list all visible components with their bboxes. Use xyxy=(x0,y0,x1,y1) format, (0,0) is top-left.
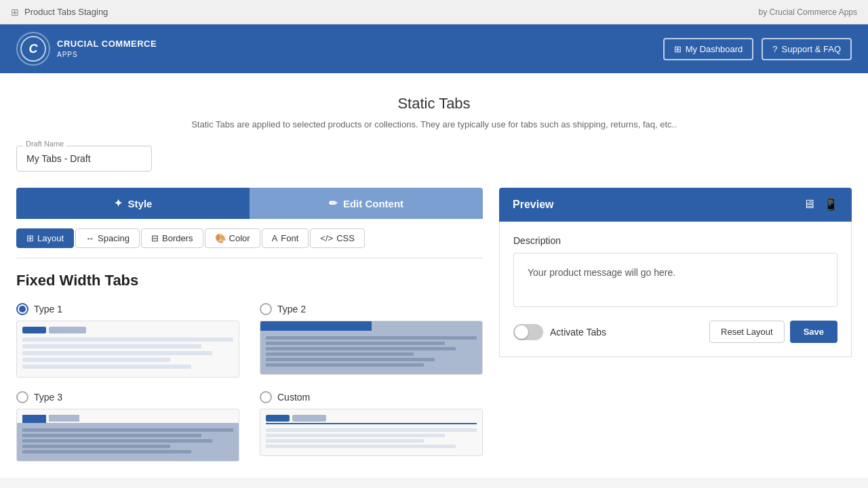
font-icon: A xyxy=(272,233,278,243)
section-tabs: ✦ Style ✏ Edit Content xyxy=(16,188,483,219)
style-icon: ✦ xyxy=(114,197,123,209)
preview-panel: Preview 🖥 📱 Description Your product mes… xyxy=(499,188,852,357)
preview-device-icons: 🖥 📱 xyxy=(803,197,838,212)
two-col-layout: ✦ Style ✏ Edit Content ⊞ Layout ↔ Spacin… xyxy=(16,188,852,462)
layout-icon: ⊞ xyxy=(26,233,34,243)
draft-name-label: Draft Name xyxy=(23,140,66,148)
header-nav: C CRUCIAL COMMERCE APPS ⊞ My Dashboard ?… xyxy=(0,24,868,73)
logo-circle: C xyxy=(16,32,50,66)
dashboard-button[interactable]: ⊞ My Dashboard xyxy=(663,38,754,60)
subtab-css[interactable]: </> CSS xyxy=(310,228,365,248)
top-bar: ⊞ Product Tabs Staging by Crucial Commer… xyxy=(0,0,868,24)
toggle-knob xyxy=(515,325,528,339)
activate-toggle-switch[interactable] xyxy=(513,324,543,340)
preview-header: Preview 🖥 📱 xyxy=(499,188,852,222)
page-subtitle: Static Tabs are applied to selected prod… xyxy=(16,119,852,129)
subtab-spacing[interactable]: ↔ Spacing xyxy=(75,228,140,248)
custom-preview xyxy=(260,409,483,456)
grid-icon: ⊞ xyxy=(11,7,19,18)
top-bar-byline: by Crucial Commerce Apps xyxy=(759,7,857,17)
logo-icon: C xyxy=(29,42,38,56)
tab-type-type3: Type 3 xyxy=(16,391,239,462)
tab-type-custom: Custom xyxy=(260,391,483,462)
tab-style[interactable]: ✦ Style xyxy=(16,188,250,219)
css-icon: </> xyxy=(320,233,333,243)
logo-inner: C xyxy=(20,36,46,62)
preview-controls: Activate Tabs Reset Layout Save xyxy=(513,321,837,343)
type1-preview xyxy=(16,321,239,378)
subtab-color[interactable]: 🎨 Color xyxy=(205,228,260,248)
desktop-icon[interactable]: 🖥 xyxy=(803,197,815,212)
preview-title: Preview xyxy=(513,199,553,211)
subtab-layout[interactable]: ⊞ Layout xyxy=(16,228,74,248)
support-icon: ? xyxy=(772,44,777,54)
action-buttons: Reset Layout Save xyxy=(709,321,837,343)
mobile-icon[interactable]: 📱 xyxy=(823,197,838,212)
tab-edit-content[interactable]: ✏ Edit Content xyxy=(250,188,483,219)
type3-preview xyxy=(16,409,239,462)
tab-type-type1: Type 1 xyxy=(16,303,239,378)
type2-preview xyxy=(260,321,483,375)
save-button[interactable]: Save xyxy=(790,321,837,343)
dashboard-icon: ⊞ xyxy=(674,44,682,54)
draft-name-wrapper: Draft Name xyxy=(16,146,152,171)
support-button[interactable]: ? Support & FAQ xyxy=(762,38,852,60)
draft-name-input[interactable] xyxy=(16,146,152,171)
type3-label[interactable]: Type 3 xyxy=(16,391,239,403)
description-label: Description xyxy=(513,235,837,246)
logo-text: CRUCIAL COMMERCE APPS xyxy=(57,39,157,59)
type3-radio[interactable] xyxy=(16,391,28,403)
preview-message-box: Your product message will go here. xyxy=(513,253,837,307)
preview-body: Description Your product message will go… xyxy=(499,222,852,357)
color-icon: 🎨 xyxy=(215,233,226,243)
main-content: Static Tabs Static Tabs are applied to s… xyxy=(0,73,868,478)
spacing-icon: ↔ xyxy=(85,233,94,243)
subtab-borders[interactable]: ⊟ Borders xyxy=(141,228,203,248)
subtab-font[interactable]: A Font xyxy=(262,228,309,248)
left-col: ✦ Style ✏ Edit Content ⊞ Layout ↔ Spacin… xyxy=(16,188,483,462)
custom-radio[interactable] xyxy=(260,391,272,403)
activate-toggle: Activate Tabs xyxy=(513,324,606,340)
page-title: Static Tabs xyxy=(16,95,852,113)
tab-type-type2: Type 2 xyxy=(260,303,483,378)
edit-icon: ✏ xyxy=(329,197,338,209)
type2-label[interactable]: Type 2 xyxy=(260,303,483,315)
sub-toolbar: ⊞ Layout ↔ Spacing ⊟ Borders 🎨 Color A xyxy=(16,219,483,258)
type1-radio-inner xyxy=(19,306,26,312)
logo: C CRUCIAL COMMERCE APPS xyxy=(16,32,157,66)
tab-types-grid: Type 1 xyxy=(16,303,483,462)
custom-label[interactable]: Custom xyxy=(260,391,483,403)
top-bar-title: Product Tabs Staging xyxy=(24,7,108,17)
type1-label[interactable]: Type 1 xyxy=(16,303,239,315)
activate-label: Activate Tabs xyxy=(550,327,606,338)
reset-layout-button[interactable]: Reset Layout xyxy=(709,321,785,343)
borders-icon: ⊟ xyxy=(151,233,159,243)
type2-radio[interactable] xyxy=(260,303,272,315)
section-heading: Fixed Width Tabs xyxy=(16,272,483,289)
type1-radio[interactable] xyxy=(16,303,28,315)
top-bar-left: ⊞ Product Tabs Staging xyxy=(11,7,108,18)
nav-buttons: ⊞ My Dashboard ? Support & FAQ xyxy=(663,38,852,60)
